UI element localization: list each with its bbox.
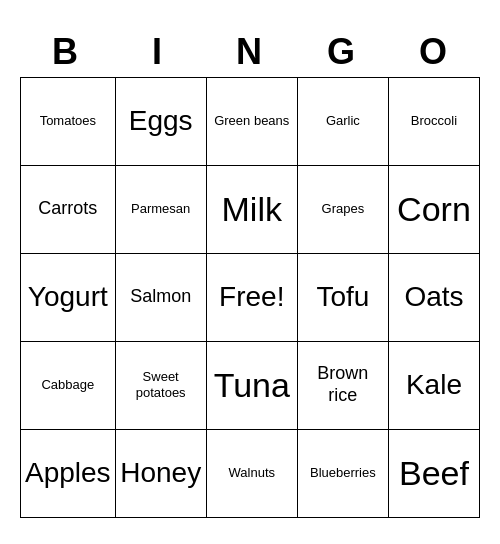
bingo-cell: Carrots xyxy=(21,166,116,254)
cell-text: Tofu xyxy=(316,280,369,314)
cell-text: Milk xyxy=(222,189,282,230)
bingo-cell: Brown rice xyxy=(298,342,389,430)
bingo-cell: Salmon xyxy=(116,254,207,342)
cell-text: Brown rice xyxy=(302,363,384,406)
cell-text: Salmon xyxy=(130,286,191,308)
bingo-cell: Tuna xyxy=(207,342,298,430)
cell-text: Garlic xyxy=(326,113,360,129)
cell-text: Parmesan xyxy=(131,201,190,217)
bingo-cell: Yogurt xyxy=(21,254,116,342)
bingo-cell: Walnuts xyxy=(207,430,298,518)
bingo-cell: Broccoli xyxy=(389,78,480,166)
header-letter: I xyxy=(112,27,204,77)
header-letter: G xyxy=(296,27,388,77)
cell-text: Walnuts xyxy=(229,465,275,481)
bingo-cell: Cabbage xyxy=(21,342,116,430)
bingo-card: BINGO TomatoesEggsGreen beansGarlicBrocc… xyxy=(20,27,480,518)
cell-text: Eggs xyxy=(129,104,193,138)
cell-text: Free! xyxy=(219,280,284,314)
bingo-cell: Grapes xyxy=(298,166,389,254)
cell-text: Apples xyxy=(25,456,111,490)
bingo-cell: Honey xyxy=(116,430,207,518)
cell-text: Tuna xyxy=(214,365,290,406)
bingo-header: BINGO xyxy=(20,27,480,77)
cell-text: Grapes xyxy=(322,201,365,217)
bingo-cell: Green beans xyxy=(207,78,298,166)
bingo-cell: Milk xyxy=(207,166,298,254)
bingo-grid: TomatoesEggsGreen beansGarlicBroccoliCar… xyxy=(20,77,480,518)
cell-text: Broccoli xyxy=(411,113,457,129)
bingo-cell: Sweet potatoes xyxy=(116,342,207,430)
bingo-cell: Garlic xyxy=(298,78,389,166)
cell-text: Blueberries xyxy=(310,465,376,481)
header-letter: O xyxy=(388,27,480,77)
cell-text: Green beans xyxy=(214,113,289,129)
bingo-cell: Tomatoes xyxy=(21,78,116,166)
header-letter: B xyxy=(20,27,112,77)
cell-text: Cabbage xyxy=(41,377,94,393)
bingo-cell: Blueberries xyxy=(298,430,389,518)
header-letter: N xyxy=(204,27,296,77)
cell-text: Oats xyxy=(404,280,463,314)
cell-text: Tomatoes xyxy=(40,113,96,129)
cell-text: Carrots xyxy=(38,198,97,220)
bingo-cell: Kale xyxy=(389,342,480,430)
bingo-cell: Corn xyxy=(389,166,480,254)
cell-text: Beef xyxy=(399,453,469,494)
bingo-cell: Apples xyxy=(21,430,116,518)
cell-text: Kale xyxy=(406,368,462,402)
bingo-cell: Beef xyxy=(389,430,480,518)
bingo-cell: Eggs xyxy=(116,78,207,166)
bingo-cell: Tofu xyxy=(298,254,389,342)
bingo-cell: Free! xyxy=(207,254,298,342)
cell-text: Corn xyxy=(397,189,471,230)
cell-text: Honey xyxy=(120,456,201,490)
cell-text: Sweet potatoes xyxy=(120,369,202,400)
cell-text: Yogurt xyxy=(28,280,108,314)
bingo-cell: Oats xyxy=(389,254,480,342)
bingo-cell: Parmesan xyxy=(116,166,207,254)
